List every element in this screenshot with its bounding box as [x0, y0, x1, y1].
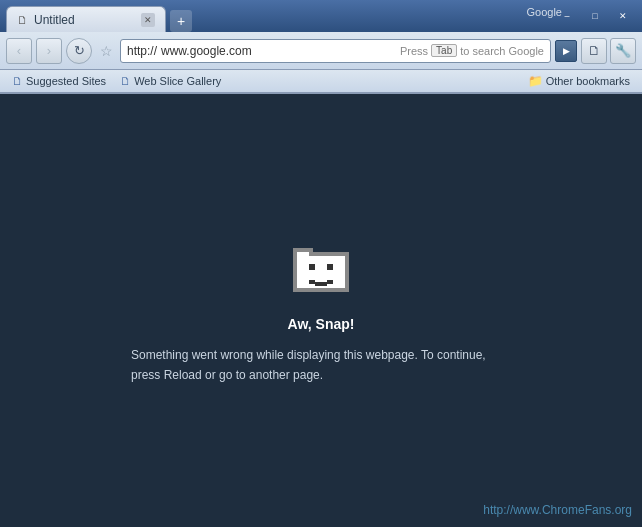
- title-bar: 🗋 Untitled ✕ + Google – □ ✕: [0, 0, 642, 32]
- forward-button[interactable]: ›: [36, 38, 62, 64]
- svg-rect-2: [293, 288, 349, 292]
- svg-rect-12: [327, 280, 333, 284]
- favorites-star-icon[interactable]: ☆: [96, 38, 116, 64]
- tab-area: 🗋 Untitled ✕ +: [6, 0, 550, 32]
- other-bookmarks-label: Other bookmarks: [546, 75, 630, 87]
- error-message-text: Something went wrong while displaying th…: [131, 348, 486, 381]
- svg-rect-13: [315, 282, 327, 286]
- suggested-sites-icon: 🗋: [12, 75, 23, 87]
- google-label: Google: [527, 6, 562, 18]
- tab-title: Untitled: [34, 13, 75, 27]
- window-controls: – □ ✕: [554, 7, 636, 25]
- address-bar[interactable]: http://www.google.com Press Tab to searc…: [120, 39, 551, 63]
- error-icon: [289, 236, 353, 300]
- url-domain: www.google.com: [161, 44, 252, 58]
- page-content: Aw, Snap! Something went wrong while dis…: [0, 94, 642, 527]
- tab-close-button[interactable]: ✕: [141, 13, 155, 27]
- url-prefix: http://: [127, 44, 157, 58]
- search-hint-pre: Press: [400, 45, 428, 57]
- navigation-bar: ‹ › ↻ ☆ http://www.google.com Press Tab …: [0, 32, 642, 70]
- tools-button[interactable]: 🔧: [610, 38, 636, 64]
- svg-rect-7: [293, 248, 297, 256]
- page-button[interactable]: 🗋: [581, 38, 607, 64]
- new-tab-button[interactable]: +: [170, 10, 192, 32]
- svg-rect-4: [345, 252, 349, 292]
- window-close-button[interactable]: ✕: [610, 7, 636, 25]
- active-tab[interactable]: 🗋 Untitled ✕: [6, 6, 166, 32]
- refresh-button[interactable]: ↻: [66, 38, 92, 64]
- maximize-button[interactable]: □: [582, 7, 608, 25]
- other-bookmarks-folder-icon: 📁: [528, 74, 543, 88]
- svg-rect-3: [293, 252, 297, 292]
- web-slice-icon: 🗋: [120, 75, 131, 87]
- svg-rect-15: [311, 266, 315, 270]
- svg-rect-17: [329, 266, 333, 270]
- suggested-sites-label: Suggested Sites: [26, 75, 106, 87]
- tab-key-badge: Tab: [431, 44, 457, 57]
- web-slice-gallery-bookmark[interactable]: 🗋 Web Slice Gallery: [114, 73, 227, 89]
- bookmarks-bar: 🗋 Suggested Sites 🗋 Web Slice Gallery 📁 …: [0, 70, 642, 94]
- svg-rect-8: [309, 248, 313, 256]
- media-play-button[interactable]: ▶: [555, 40, 577, 62]
- search-hint: Press Tab to search Google: [400, 44, 544, 57]
- search-hint-post: to search Google: [460, 45, 544, 57]
- toolbar-right: 🗋 🔧: [581, 38, 636, 64]
- watermark: http://www.ChromeFans.org: [483, 503, 632, 517]
- svg-rect-11: [309, 280, 315, 284]
- web-slice-gallery-label: Web Slice Gallery: [134, 75, 221, 87]
- page-favicon: 🗋: [17, 14, 28, 26]
- back-button[interactable]: ‹: [6, 38, 32, 64]
- error-title: Aw, Snap!: [288, 316, 355, 332]
- other-bookmarks[interactable]: 📁 Other bookmarks: [522, 72, 636, 90]
- error-message: Something went wrong while displaying th…: [131, 346, 511, 384]
- suggested-sites-bookmark[interactable]: 🗋 Suggested Sites: [6, 73, 112, 89]
